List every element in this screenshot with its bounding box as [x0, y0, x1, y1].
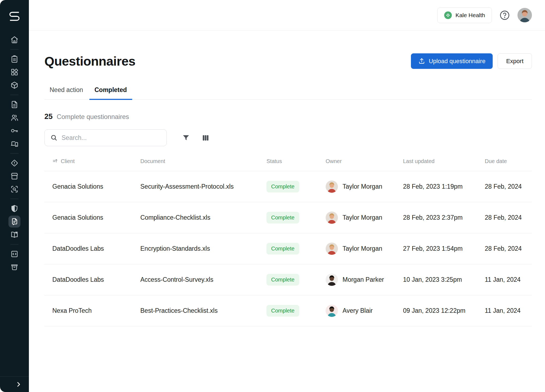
sidebar-item-package[interactable]: [8, 79, 20, 91]
column-header-client[interactable]: Client: [44, 158, 140, 164]
table-row[interactable]: Nexa ProTech Best-Practices-Checklist.xl…: [44, 295, 532, 326]
document-cell: Best-Practices-Checklist.xls: [140, 307, 267, 314]
questionnaires-table: Client Document Status Owner Last update…: [44, 158, 532, 326]
client-cell: Genacia Solutions: [44, 183, 140, 190]
status-badge: Complete: [267, 212, 299, 223]
page-title: Questionnaires: [44, 54, 135, 69]
table-header: Client Document Status Owner Last update…: [44, 158, 532, 171]
org-switcher-button[interactable]: Kale Health: [437, 7, 492, 23]
alert-diamond-icon: [10, 159, 19, 167]
key-icon: [10, 127, 19, 135]
scan-search-icon: [10, 185, 19, 193]
chevron-right-icon: [15, 381, 22, 388]
client-cell: Nexa ProTech: [44, 307, 140, 314]
sidebar-footer: [0, 376, 29, 392]
columns-icon: [202, 134, 210, 142]
user-avatar[interactable]: [517, 8, 532, 22]
owner-avatar: [326, 180, 338, 193]
owner-name: Morgan Parker: [343, 276, 384, 283]
sidebar-nav: [8, 34, 20, 273]
app-root: Kale Health Questionnaires Upload questi…: [0, 0, 545, 392]
questionnaire-count: 25: [44, 112, 53, 121]
sidebar-item-users[interactable]: [8, 112, 20, 124]
due-date-cell: 28 Feb, 2024: [485, 214, 532, 221]
document-cell: Security-Assessment-Protocol.xls: [140, 183, 267, 190]
help-question-icon: [499, 10, 510, 21]
sidebar: [0, 0, 29, 392]
org-logo-icon: [444, 11, 452, 19]
filter-funnel-icon: [182, 134, 190, 142]
help-button[interactable]: [499, 10, 510, 21]
sidebar-divider: [10, 153, 19, 154]
search-input[interactable]: [62, 134, 162, 142]
shield-icon: [10, 204, 19, 213]
owner-avatar: [326, 243, 338, 255]
owner-name: Taylor Morgan: [343, 183, 382, 190]
sidebar-item-home[interactable]: [8, 34, 20, 46]
column-header-owner: Owner: [326, 158, 403, 164]
devices-icon: [10, 140, 19, 148]
questionnaire-file-icon: [10, 218, 19, 226]
export-button[interactable]: Export: [498, 53, 532, 69]
columns-button[interactable]: [200, 132, 211, 143]
brand-logo-icon: [7, 9, 22, 23]
last-updated-cell: 28 Feb, 2023 2:37pm: [403, 214, 485, 221]
client-cell: DataDoodles Labs: [44, 245, 140, 252]
owner-avatar: [326, 212, 338, 224]
tab-need-action[interactable]: Need action: [44, 86, 88, 99]
users-icon: [10, 114, 19, 122]
owner-avatar: [326, 274, 338, 286]
due-date-cell: 28 Feb, 2024: [485, 245, 532, 252]
sidebar-item-dashboard[interactable]: [8, 66, 20, 78]
upload-questionnaire-button[interactable]: Upload questionnaire: [411, 53, 493, 69]
sidebar-item-questionnaires[interactable]: [8, 216, 20, 228]
last-updated-cell: 28 Feb, 2023 1:19pm: [403, 183, 485, 190]
table-body: Genacia Solutions Security-Assessment-Pr…: [44, 171, 532, 326]
sidebar-item-scan[interactable]: [8, 183, 20, 195]
file-text-icon: [10, 100, 19, 109]
upload-button-label: Upload questionnaire: [429, 58, 485, 65]
sidebar-item-devices[interactable]: [8, 138, 20, 150]
sidebar-item-keys[interactable]: [8, 125, 20, 137]
table-row[interactable]: DataDoodles Labs Encryption-Standards.xl…: [44, 233, 532, 264]
sidebar-item-security[interactable]: [8, 203, 20, 215]
sidebar-divider: [10, 244, 19, 244]
client-cell: Genacia Solutions: [44, 214, 140, 221]
questionnaire-count-label: Complete questionnaires: [57, 113, 129, 121]
owner-avatar: [326, 305, 338, 317]
document-cell: Access-Control-Survey.xls: [140, 276, 267, 283]
archive-tray-icon: [10, 263, 19, 271]
tabs: Need action Completed: [44, 86, 532, 100]
table-row[interactable]: Genacia Solutions Compliance-Checklist.x…: [44, 202, 532, 233]
status-badge: Complete: [267, 305, 299, 317]
topbar: Kale Health: [29, 0, 545, 30]
owner-name: Taylor Morgan: [343, 245, 382, 252]
book-open-icon: [10, 231, 19, 239]
tab-completed[interactable]: Completed: [89, 86, 132, 99]
sort-icon: [52, 158, 58, 164]
sidebar-item-store[interactable]: [8, 170, 20, 182]
column-header-last-updated: Last updated: [403, 158, 485, 164]
due-date-cell: 11 Jan, 2024: [485, 276, 532, 283]
column-header-document: Document: [140, 158, 267, 164]
sidebar-item-risk[interactable]: [8, 157, 20, 169]
column-header-due-date: Due date: [485, 158, 532, 164]
sidebar-item-archive[interactable]: [8, 261, 20, 273]
sidebar-item-documents[interactable]: [8, 99, 20, 111]
status-badge: Complete: [267, 181, 299, 192]
home-icon: [10, 36, 19, 44]
storefront-icon: [10, 172, 19, 180]
document-cell: Encryption-Standards.xls: [140, 245, 267, 252]
clipboard-icon: [10, 55, 19, 63]
code-box-icon: [10, 250, 19, 258]
sidebar-expand-button[interactable]: [14, 379, 23, 389]
table-row[interactable]: Genacia Solutions Security-Assessment-Pr…: [44, 171, 532, 202]
filter-button[interactable]: [180, 132, 191, 143]
dashboard-grid-icon: [10, 68, 19, 76]
sidebar-item-clipboard[interactable]: [8, 53, 20, 65]
sidebar-item-knowledge[interactable]: [8, 229, 20, 241]
due-date-cell: 28 Feb, 2024: [485, 183, 532, 190]
owner-name: Avery Blair: [343, 307, 373, 314]
sidebar-item-integrations[interactable]: [8, 248, 20, 260]
table-row[interactable]: DataDoodles Labs Access-Control-Survey.x…: [44, 264, 532, 295]
